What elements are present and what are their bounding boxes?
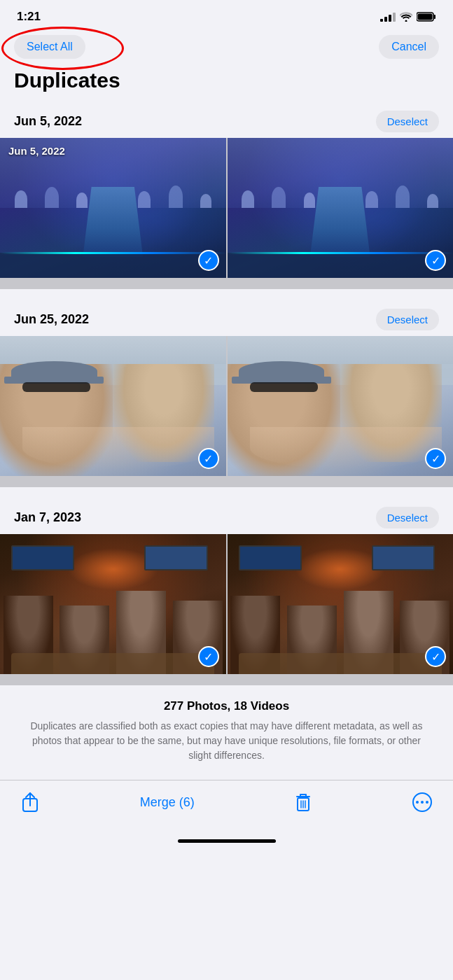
more-icon xyxy=(412,792,432,812)
duplicate-group-2: Jun 25, 2022 Deselect ✓ xyxy=(0,300,453,487)
share-icon xyxy=(21,792,39,813)
battery-icon xyxy=(417,12,436,22)
photo-thumb-restaurant-1[interactable]: ✓ xyxy=(0,534,226,674)
photo-thumb-selfie-1[interactable]: ✓ xyxy=(0,336,226,476)
check-circle-1: ✓ xyxy=(198,250,219,271)
check-circle-3: ✓ xyxy=(198,448,219,469)
svg-rect-2 xyxy=(418,14,433,20)
nav-bar: Select All Cancel xyxy=(0,29,453,66)
home-bar xyxy=(178,839,276,843)
svg-point-7 xyxy=(421,801,424,804)
page-title-section: Duplicates xyxy=(0,66,453,102)
check-circle-6: ✓ xyxy=(425,646,446,667)
photo-grid-2: ✓ ✓ xyxy=(0,336,453,487)
more-button[interactable] xyxy=(412,792,432,812)
check-circle-5: ✓ xyxy=(198,646,219,667)
wifi-icon xyxy=(400,12,412,22)
date-overlay-1: Jun 5, 2022 xyxy=(8,145,65,157)
group-date-3: Jan 7, 2023 xyxy=(14,510,81,525)
check-circle-2: ✓ xyxy=(425,250,446,271)
photo-thumb-selfie-2[interactable]: ✓ xyxy=(228,336,454,476)
share-button[interactable] xyxy=(21,792,39,813)
photo-grid-3: ✓ ✓ xyxy=(0,534,453,685)
bottom-toolbar: Merge (6) xyxy=(0,780,453,834)
status-icons xyxy=(380,12,436,22)
trash-button[interactable] xyxy=(295,792,312,812)
status-bar: 1:21 xyxy=(0,0,453,29)
footer-info: 277 Photos, 18 Videos Duplicates are cla… xyxy=(0,685,453,774)
photo-thumb-restaurant-2[interactable]: ✓ xyxy=(228,534,454,674)
group-date-2: Jun 25, 2022 xyxy=(14,312,89,327)
trash-icon xyxy=(295,792,312,812)
svg-point-8 xyxy=(426,801,428,804)
group-header-3: Jan 7, 2023 Deselect xyxy=(0,498,453,534)
group-separator-2 xyxy=(0,487,453,498)
group-header-2: Jun 25, 2022 Deselect xyxy=(0,300,453,336)
duplicate-group-3: Jan 7, 2023 Deselect ✓ xyxy=(0,498,453,685)
merge-button[interactable]: Merge (6) xyxy=(140,795,195,810)
cancel-button[interactable]: Cancel xyxy=(379,35,439,59)
footer-description: Duplicates are classified both as exact … xyxy=(21,719,432,763)
select-all-wrapper: Select All xyxy=(14,35,85,59)
home-indicator xyxy=(0,834,453,851)
group-date-1: Jun 5, 2022 xyxy=(14,114,82,129)
page-title: Duplicates xyxy=(14,69,439,92)
svg-rect-1 xyxy=(434,15,436,19)
deselect-button-3[interactable]: Deselect xyxy=(376,507,439,528)
group-separator-1 xyxy=(0,289,453,300)
duplicate-group-1: Jun 5, 2022 Deselect Jun 5, 2022 ✓ xyxy=(0,102,453,289)
deselect-button-2[interactable]: Deselect xyxy=(376,309,439,330)
status-time: 1:21 xyxy=(17,10,41,24)
svg-point-6 xyxy=(416,801,419,804)
photo-grid-1: Jun 5, 2022 ✓ ✓ xyxy=(0,138,453,289)
signal-bars-icon xyxy=(380,12,396,22)
deselect-button-1[interactable]: Deselect xyxy=(376,111,439,132)
group-header-1: Jun 5, 2022 Deselect xyxy=(0,102,453,138)
footer-count: 277 Photos, 18 Videos xyxy=(21,699,432,713)
photo-thumb-concert-2[interactable]: ✓ xyxy=(228,138,454,278)
photo-thumb-concert-1[interactable]: Jun 5, 2022 ✓ xyxy=(0,138,226,278)
select-all-button[interactable]: Select All xyxy=(14,35,85,59)
check-circle-4: ✓ xyxy=(425,448,446,469)
